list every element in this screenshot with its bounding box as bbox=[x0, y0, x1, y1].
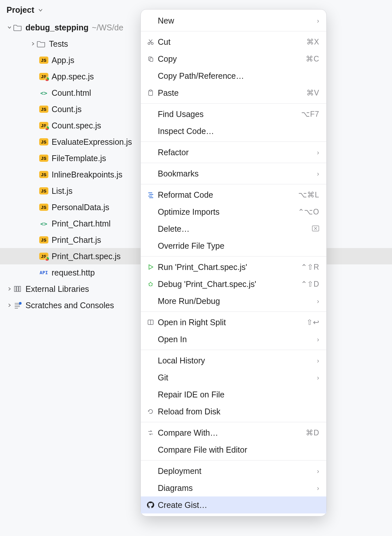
menu-deployment[interactable]: Deployment › bbox=[141, 462, 326, 479]
svg-rect-9 bbox=[150, 90, 152, 91]
tree-item-label: Print_Chart.js bbox=[52, 235, 101, 245]
split-icon bbox=[145, 319, 156, 326]
shortcut: ⌘V bbox=[306, 89, 319, 97]
shortcut: ⌥F7 bbox=[301, 110, 319, 119]
menu-local-history[interactable]: Local History › bbox=[141, 352, 326, 369]
chevron-right-icon bbox=[29, 42, 37, 46]
menu-divider bbox=[141, 422, 326, 422]
tree-item-label: Count.js bbox=[52, 105, 82, 114]
tree-item-label: List.js bbox=[52, 186, 73, 196]
menu-divider bbox=[141, 142, 326, 142]
tree-item-label: FileTemplate.js bbox=[52, 154, 106, 163]
chevron-down-icon bbox=[37, 8, 44, 13]
menu-refactor[interactable]: Refactor › bbox=[141, 144, 326, 161]
tree-item-label: request.http bbox=[52, 268, 95, 277]
chevron-right-icon: › bbox=[317, 17, 319, 25]
menu-find-usages[interactable]: Find Usages ⌥F7 bbox=[141, 106, 326, 123]
library-icon bbox=[13, 284, 22, 293]
menu-divider bbox=[141, 311, 326, 312]
tree-item-label: Print_Chart.html bbox=[52, 219, 111, 228]
menu-diagrams[interactable]: Diagrams › bbox=[141, 479, 326, 496]
menu-reformat-code[interactable]: Reformat Code ⌥⌘L bbox=[141, 186, 326, 203]
menu-divider bbox=[141, 256, 326, 257]
tree-item-label: External Libraries bbox=[25, 284, 89, 294]
menu-divider bbox=[141, 460, 326, 461]
tree-item-label: EvaluateExpression.js bbox=[52, 137, 132, 147]
menu-divider bbox=[141, 184, 326, 184]
menu-repair-ide[interactable]: Repair IDE on File bbox=[141, 386, 326, 403]
tree-item-label: App.js bbox=[52, 56, 74, 65]
context-menu: New › Cut ⌘X Copy ⌘C Copy Path/Reference… bbox=[140, 9, 327, 516]
menu-optimize-imports[interactable]: Optimize Imports ⌃⌥O bbox=[141, 203, 326, 220]
html-file-icon: <> bbox=[39, 88, 48, 97]
menu-create-gist[interactable]: Create Gist… bbox=[141, 496, 326, 513]
menu-compare-with[interactable]: Compare With… ⌘D bbox=[141, 424, 326, 441]
menu-debug[interactable]: Debug 'Print_Chart.spec.js' ⌃⇧D bbox=[141, 276, 326, 293]
js-spec-file-icon: JS bbox=[39, 72, 48, 81]
shortcut: ⌘C bbox=[306, 55, 319, 63]
menu-reload-from-disk[interactable]: Reload from Disk bbox=[141, 403, 326, 420]
copy-icon bbox=[145, 56, 156, 62]
menu-paste[interactable]: Paste ⌘V bbox=[141, 84, 326, 101]
menu-bookmarks[interactable]: Bookmarks › bbox=[141, 165, 326, 182]
shortcut: ⇧↩ bbox=[306, 318, 319, 327]
project-folder-name: debug_stepping bbox=[25, 23, 89, 32]
project-title: Project bbox=[7, 5, 34, 15]
menu-git[interactable]: Git › bbox=[141, 369, 326, 386]
tree-item-label: Print_Chart.spec.js bbox=[52, 252, 121, 261]
js-spec-file-icon: JS bbox=[39, 121, 48, 130]
github-icon bbox=[145, 501, 156, 509]
menu-divider bbox=[141, 31, 326, 31]
svg-rect-2 bbox=[19, 286, 21, 292]
shortcut: ⌃⌥O bbox=[298, 208, 319, 216]
menu-inspect-code[interactable]: Inspect Code… bbox=[141, 123, 326, 140]
tree-item-label: Count.html bbox=[52, 88, 91, 98]
chevron-right-icon: › bbox=[317, 149, 319, 156]
menu-override-file-type[interactable]: Override File Type bbox=[141, 237, 326, 254]
menu-open-right-split[interactable]: Open in Right Split ⇧↩ bbox=[141, 314, 326, 331]
html-file-icon: <> bbox=[39, 219, 48, 228]
shortcut: ⌘D bbox=[306, 428, 319, 437]
chevron-right-icon bbox=[6, 287, 13, 291]
cut-icon bbox=[145, 39, 156, 45]
reformat-icon bbox=[145, 192, 156, 198]
js-file-icon: JS bbox=[39, 137, 48, 146]
shortcut: ⌃⇧D bbox=[301, 280, 319, 289]
menu-cut[interactable]: Cut ⌘X bbox=[141, 33, 326, 50]
svg-rect-1 bbox=[17, 286, 18, 292]
folder-icon bbox=[13, 23, 22, 32]
shortcut: ⌘X bbox=[306, 38, 319, 46]
chevron-right-icon: › bbox=[317, 357, 319, 364]
run-icon bbox=[145, 264, 156, 270]
menu-new[interactable]: New › bbox=[141, 12, 326, 29]
chevron-right-icon: › bbox=[317, 467, 319, 475]
chevron-right-icon: › bbox=[317, 170, 319, 177]
scratch-icon bbox=[13, 301, 22, 310]
delete-icon bbox=[312, 225, 319, 233]
menu-open-in[interactable]: Open In › bbox=[141, 331, 326, 348]
tree-item-label: Scratches and Consoles bbox=[25, 301, 114, 310]
menu-divider bbox=[141, 163, 326, 163]
js-file-icon: JS bbox=[39, 105, 48, 114]
shortcut: ⌥⌘L bbox=[298, 191, 319, 199]
tree-item-label: App.spec.js bbox=[52, 72, 94, 81]
tree-item-label: InlineBreakpoints.js bbox=[52, 170, 122, 179]
debug-icon bbox=[145, 281, 156, 287]
tree-item-label: Count.spec.js bbox=[52, 121, 101, 130]
js-file-icon: JS bbox=[39, 235, 48, 244]
chevron-right-icon bbox=[6, 303, 13, 308]
menu-compare-file-editor[interactable]: Compare File with Editor bbox=[141, 441, 326, 458]
svg-point-3 bbox=[19, 302, 22, 305]
chevron-down-icon bbox=[6, 25, 13, 30]
js-file-icon: JS bbox=[39, 56, 48, 65]
menu-more-run-debug[interactable]: More Run/Debug › bbox=[141, 293, 326, 310]
menu-copy-path[interactable]: Copy Path/Reference… bbox=[141, 67, 326, 84]
menu-copy[interactable]: Copy ⌘C bbox=[141, 50, 326, 67]
chevron-right-icon: › bbox=[317, 297, 319, 305]
compare-icon bbox=[145, 429, 156, 436]
tree-item-label: Tests bbox=[49, 39, 68, 49]
menu-run[interactable]: Run 'Print_Chart.spec.js' ⌃⇧R bbox=[141, 259, 326, 276]
menu-delete[interactable]: Delete… bbox=[141, 220, 326, 237]
js-file-icon: JS bbox=[39, 203, 48, 212]
folder-icon bbox=[37, 39, 46, 48]
